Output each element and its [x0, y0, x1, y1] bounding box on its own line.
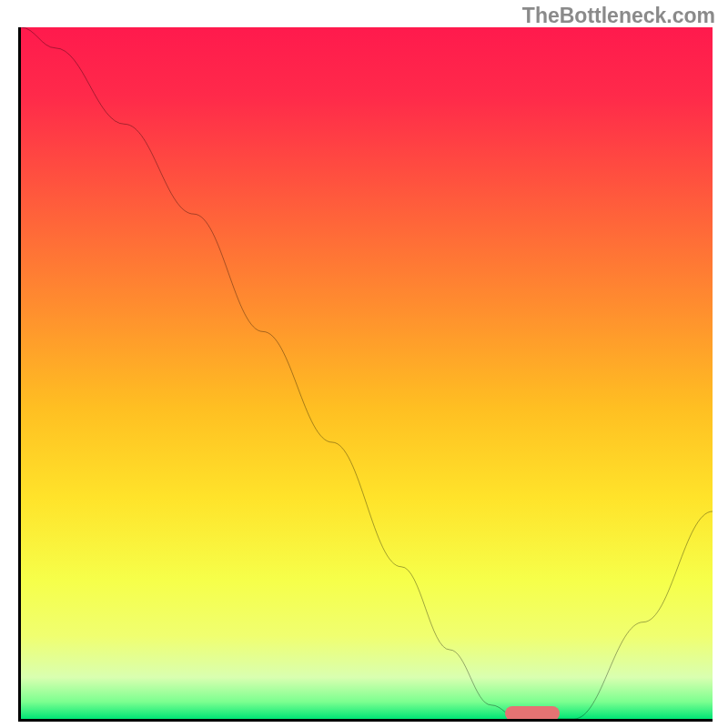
optimal-marker [505, 706, 560, 721]
watermark: TheBottleneck.com [522, 4, 715, 28]
curve-svg [21, 27, 713, 719]
chart-area [18, 27, 713, 722]
bottleneck-curve-path [21, 27, 713, 719]
